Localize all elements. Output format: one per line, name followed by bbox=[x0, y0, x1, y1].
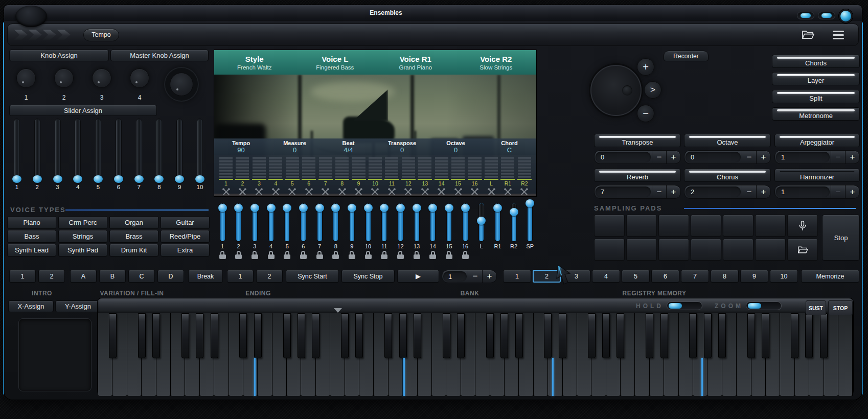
tools-icon[interactable] bbox=[503, 187, 513, 197]
piano-black-key[interactable] bbox=[283, 313, 291, 358]
piano-black-key[interactable] bbox=[254, 313, 262, 358]
tools-icon[interactable] bbox=[271, 187, 281, 197]
x-assign-button[interactable]: X-Assign bbox=[8, 300, 54, 312]
sample-pad[interactable] bbox=[626, 239, 657, 261]
piano-black-key[interactable] bbox=[312, 313, 319, 358]
sync-stop-button[interactable]: Sync Stop bbox=[341, 270, 395, 283]
piano-black-key[interactable] bbox=[152, 313, 160, 358]
voice-type-button-synth-lead[interactable]: Synth Lead bbox=[7, 244, 56, 257]
minimize-button[interactable] bbox=[797, 12, 814, 19]
y-assign-button[interactable]: Y-Assign bbox=[55, 300, 101, 312]
channel-volume-slider-9[interactable] bbox=[347, 203, 356, 242]
sample-pad[interactable] bbox=[691, 239, 721, 261]
sample-pad[interactable] bbox=[755, 215, 786, 237]
value-plus-button[interactable]: + bbox=[637, 58, 654, 76]
transpose-decrement-button[interactable]: − bbox=[652, 151, 666, 164]
sustain-button[interactable]: SUST bbox=[806, 300, 826, 315]
piano-black-key[interactable] bbox=[646, 313, 653, 358]
channel-volume-slider-4[interactable] bbox=[266, 203, 276, 242]
keyboard-scroll-indicator[interactable] bbox=[334, 308, 342, 313]
hold-toggle[interactable] bbox=[667, 301, 702, 310]
master-knob[interactable] bbox=[165, 68, 198, 101]
fast-forward-arrow-icon[interactable] bbox=[14, 30, 28, 40]
tools-icon[interactable] bbox=[254, 187, 264, 197]
sample-pad[interactable] bbox=[658, 239, 689, 261]
master-knob-assign-button[interactable]: Master Knob Assign bbox=[110, 50, 209, 61]
channel-volume-slider-5[interactable] bbox=[283, 203, 292, 242]
voice-type-button-bass[interactable]: Bass bbox=[7, 230, 56, 243]
sample-pad[interactable] bbox=[723, 239, 753, 261]
ending-button-2[interactable]: 2 bbox=[256, 270, 283, 283]
voice-type-button-crm-perc[interactable]: Crm Perc bbox=[58, 216, 107, 229]
piano-black-key[interactable] bbox=[559, 313, 566, 358]
channel-volume-slider-13[interactable] bbox=[412, 203, 421, 242]
fast-forward-arrow-icon[interactable] bbox=[28, 30, 42, 40]
assign-slider-5[interactable] bbox=[94, 119, 103, 183]
piano-black-key[interactable] bbox=[704, 313, 712, 358]
control-button-transpose[interactable]: Transpose bbox=[594, 134, 681, 147]
octave-increment-button[interactable]: + bbox=[756, 151, 770, 164]
voice-type-button-extra[interactable]: Extra bbox=[161, 244, 210, 257]
channel-volume-slider-12[interactable] bbox=[396, 203, 405, 242]
sample-pad[interactable] bbox=[626, 215, 657, 237]
folder-open-icon[interactable] bbox=[801, 29, 814, 40]
assign-slider-1[interactable] bbox=[12, 119, 21, 183]
voice-type-button-brass[interactable]: Brass bbox=[109, 230, 158, 243]
registry-memory-button-1[interactable]: 1 bbox=[503, 270, 531, 283]
piano-black-key[interactable] bbox=[414, 313, 421, 358]
maximize-button[interactable] bbox=[818, 12, 835, 19]
toggle-button-metronome[interactable]: Metronome bbox=[772, 107, 860, 121]
voice-type-button-reed-pipe[interactable]: Reed/Pipe bbox=[161, 230, 210, 243]
tools-icon[interactable] bbox=[321, 187, 330, 197]
voice-type-button-drum-kit[interactable]: Drum Kit bbox=[109, 244, 158, 257]
assign-knob-2[interactable] bbox=[54, 68, 74, 88]
sample-pad[interactable] bbox=[594, 215, 625, 237]
intro-button-1[interactable]: 1 bbox=[9, 270, 36, 283]
sample-pad[interactable] bbox=[658, 215, 689, 237]
tools-icon[interactable] bbox=[287, 187, 297, 197]
arpeggiator-increment-button[interactable]: + bbox=[845, 151, 859, 164]
toggle-button-split[interactable]: Split bbox=[772, 90, 860, 103]
tools-icon[interactable] bbox=[370, 187, 380, 197]
assign-slider-2[interactable] bbox=[33, 119, 42, 183]
piano-black-key[interactable] bbox=[544, 313, 552, 358]
fast-forward-arrow-icon[interactable] bbox=[57, 30, 71, 40]
harmonizer-decrement-button[interactable]: − bbox=[831, 185, 845, 198]
channel-volume-slider-r2[interactable] bbox=[509, 203, 518, 242]
harmonizer-increment-button[interactable]: + bbox=[845, 185, 859, 198]
bank-increment-button[interactable]: + bbox=[482, 270, 496, 283]
channel-volume-slider-7[interactable] bbox=[315, 203, 324, 242]
fast-forward-arrow-icon[interactable] bbox=[42, 30, 56, 40]
record-sample-pad[interactable] bbox=[787, 215, 818, 237]
channel-volume-slider-11[interactable] bbox=[380, 203, 389, 242]
piano-black-key[interactable] bbox=[443, 313, 450, 358]
arpeggiator-decrement-button[interactable]: − bbox=[831, 151, 845, 164]
assign-slider-6[interactable] bbox=[114, 119, 123, 183]
tools-icon[interactable] bbox=[221, 187, 231, 197]
registry-memory-button-8[interactable]: 8 bbox=[711, 270, 739, 283]
piano-black-key[interactable] bbox=[298, 313, 305, 358]
piano-black-key[interactable] bbox=[399, 313, 407, 358]
channel-volume-slider-8[interactable] bbox=[331, 203, 340, 242]
recorder-button[interactable]: Recorder bbox=[664, 51, 709, 61]
load-sample-pad[interactable] bbox=[787, 239, 818, 261]
toggle-button-chords[interactable]: Chords bbox=[772, 55, 860, 68]
ending-button-1[interactable]: 1 bbox=[227, 270, 254, 283]
piano-black-key[interactable] bbox=[660, 313, 668, 358]
tools-icon[interactable] bbox=[420, 187, 430, 197]
tools-icon[interactable] bbox=[519, 187, 529, 197]
variation-button-b[interactable]: B bbox=[99, 270, 126, 283]
assign-knob-1[interactable] bbox=[16, 68, 36, 88]
piano-black-key[interactable] bbox=[109, 313, 117, 358]
control-button-harmonizer[interactable]: Harmonizer bbox=[774, 169, 860, 182]
piano-black-key[interactable] bbox=[515, 313, 523, 358]
piano-black-key[interactable] bbox=[239, 313, 247, 358]
channel-volume-slider-6[interactable] bbox=[299, 203, 308, 242]
xy-touchpad[interactable] bbox=[18, 318, 92, 391]
variation-button-a[interactable]: A bbox=[70, 270, 97, 283]
registry-memory-button-5[interactable]: 5 bbox=[622, 270, 650, 283]
variation-button-break[interactable]: Break bbox=[188, 270, 223, 283]
channel-volume-slider-1[interactable] bbox=[218, 203, 227, 242]
channel-volume-slider-16[interactable] bbox=[461, 203, 470, 242]
channel-volume-slider-r1[interactable] bbox=[493, 203, 502, 242]
